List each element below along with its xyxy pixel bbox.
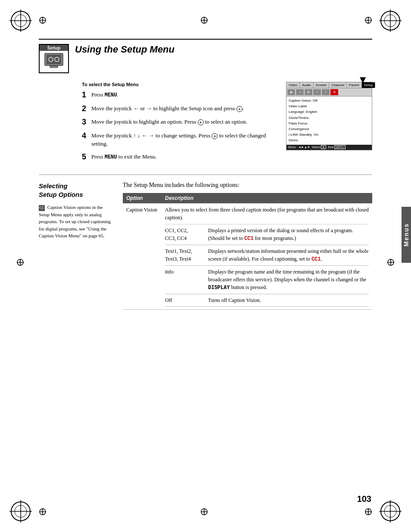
menu-code-5: MENU	[105, 154, 117, 160]
step-1-text: Press MENU.	[91, 90, 277, 99]
reg-mark-bot-left	[39, 508, 47, 516]
section-divider	[39, 174, 372, 175]
tv-item-demo: Demo	[289, 137, 370, 143]
tv-screenshot: Video Audio Screen Channel Parent Setup …	[286, 82, 372, 150]
corner-decoration-bl	[8, 498, 34, 524]
table-row-caption-vision: Caption Vision Allows you to select from…	[123, 203, 372, 310]
tv-tab-audio: Audio	[300, 82, 313, 88]
screenshot-container: ▼ Video Audio Screen Channel Parent Setu…	[286, 82, 372, 166]
reg-mark-top-right	[364, 16, 372, 24]
sub-name-off: Off	[165, 294, 208, 307]
tv-tab-screen: Screen	[314, 82, 329, 88]
tv-item-convergence: Convergence	[289, 126, 370, 132]
reg-mark-bot-right	[364, 508, 372, 516]
sub-table-caption: CC1, CC2,CC3, CC4 Displays a printed ver…	[165, 224, 369, 307]
header-section: Setup Using the Setup Menu	[39, 44, 372, 73]
sub-desc-off: Turns off Caption Vision.	[208, 294, 369, 307]
option-desc-caption-vision: Allows you to select from three closed c…	[162, 203, 372, 310]
step-4-number: 4	[82, 131, 91, 141]
to-select-label: To select the Setup Menu	[82, 82, 277, 87]
step-list: 1 Press MENU. 2 Move the joystick ← or →…	[82, 90, 277, 162]
tv-item-flash: Flash Focus	[289, 121, 370, 126]
sub-desc-cc: Displays a printed version of the dialog…	[208, 224, 369, 245]
tv-tab-channel: Channel	[329, 82, 347, 88]
tv-item-clock: Clock/Timers	[289, 115, 370, 121]
main-top-section: To select the Setup Menu 1 Press MENU. 2…	[82, 82, 372, 166]
reg-mark-mid-left	[16, 258, 24, 266]
sub-row-cc: CC1, CC2,CC3, CC4 Displays a printed ver…	[165, 224, 369, 245]
cc1-code-2: CC1	[311, 256, 321, 262]
setup-icon-image	[44, 52, 64, 71]
page-number: 103	[357, 494, 371, 504]
setup-icon-box: Setup	[39, 44, 69, 73]
corner-decoration-tr	[377, 8, 403, 34]
instructions-column: To select the Setup Menu 1 Press MENU. 2…	[82, 82, 277, 166]
step-4-text: Move the joystick ↑ ↓ ← → to change sett…	[91, 131, 277, 148]
tv-icon-3: ⊞	[305, 89, 312, 95]
description-header: Description	[162, 193, 372, 203]
tv-icon-4: □	[313, 89, 321, 95]
tv-tab-video: Video	[286, 82, 300, 88]
sub-row-info: Info Displays the program name and the t…	[165, 266, 369, 294]
menu-code-1: MENU	[105, 92, 117, 98]
step-1-number: 1	[82, 90, 91, 100]
enter-symbol-4: +	[212, 133, 218, 139]
step-5-text: Press MENU to exit the Menu.	[91, 152, 277, 161]
tv-item-ilink: i-LINK Standby: On	[289, 132, 370, 137]
tv-select-label: Select:⊕	[312, 146, 326, 149]
tv-bottom-bar: Move: ◄►▲▼ Select:⊕ End:MENU	[286, 145, 372, 150]
setup-label: Setup	[40, 45, 68, 51]
sidebar-title: SelectingSetup Options	[39, 182, 114, 199]
step-5-number: 5	[82, 152, 91, 162]
includes-text: The Setup Menu includes the following op…	[123, 182, 372, 189]
option-header: Option	[123, 193, 162, 203]
options-table: Option Description Caption Vision Allows…	[123, 193, 372, 310]
tv-icon-5: ≈	[322, 89, 330, 95]
enter-symbol-2: +	[237, 106, 243, 112]
left-sidebar: SelectingSetup Options CC Caption Vision…	[39, 182, 114, 310]
sub-name-text: Text1, Text2,Text3, Text4	[165, 245, 208, 266]
tv-move-label: Move:	[288, 146, 296, 149]
table-header-row: Option Description	[123, 193, 372, 203]
tv-end-label: End:MENU	[328, 146, 346, 149]
cc1-code-1: CC1	[244, 236, 254, 242]
reg-mark-bot-center	[200, 508, 208, 516]
caption-vision-icon: CC	[39, 205, 45, 211]
sidebar-note: CC Caption Vision options in the Setup M…	[39, 204, 114, 240]
step-2: 2 Move the joystick ← or → to highlight …	[82, 104, 277, 114]
svg-rect-42	[50, 66, 58, 68]
page-title: Using the Setup Menu	[75, 44, 174, 55]
selecting-section: SelectingSetup Options CC Caption Vision…	[39, 182, 372, 310]
table-area: The Setup Menu includes the following op…	[123, 182, 372, 310]
step-2-text: Move the joystick ← or → to highlight th…	[91, 104, 277, 113]
step-3: 3 Move the joystick to highlight an opti…	[82, 118, 277, 127]
sub-row-off: Off Turns off Caption Vision.	[165, 294, 369, 307]
tv-move-icons: ◄►▲▼	[298, 146, 310, 149]
tv-item-video: Video Label	[289, 103, 370, 109]
sub-desc-info: Displays the program name and the time r…	[208, 266, 369, 294]
tv-content-list: Caption Vision: Off Video Label Language…	[286, 96, 372, 145]
sub-row-text: Text1, Text2,Text3, Text4 Displays netwo…	[165, 245, 369, 266]
tv-icon-bar: ▶ ♪ ⊞ □ ≈ ⚙	[286, 88, 372, 96]
display-code: DISPLAY	[208, 285, 230, 291]
step-1: 1 Press MENU.	[82, 90, 277, 100]
corner-decoration-tl	[8, 8, 34, 34]
step-3-text: Move the joystick to highlight an option…	[91, 118, 277, 126]
tv-icon-1: ▶	[287, 89, 295, 95]
down-arrow-decoration: ▼	[358, 74, 368, 86]
tv-item-caption: Caption Vision: Off	[289, 98, 370, 103]
step-4: 4 Move the joystick ↑ ↓ ← → to change se…	[82, 131, 277, 148]
corner-decoration-br	[377, 498, 403, 524]
sub-name-info: Info	[165, 266, 208, 294]
sub-name-cc: CC1, CC2,CC3, CC4	[165, 224, 208, 245]
step-5: 5 Press MENU to exit the Menu.	[82, 152, 277, 162]
reg-mark-mid-right	[387, 258, 395, 266]
enter-symbol-3: +	[198, 119, 204, 125]
top-border	[39, 39, 372, 40]
tv-icon-2: ♪	[296, 89, 304, 95]
tv-icon-6-active: ⚙	[330, 89, 338, 95]
step-3-number: 3	[82, 118, 91, 127]
tv-item-language: Language: English	[289, 109, 370, 115]
option-name-caption-vision: Caption Vision	[123, 203, 162, 310]
menus-sidebar-tab: Menus	[402, 207, 411, 263]
